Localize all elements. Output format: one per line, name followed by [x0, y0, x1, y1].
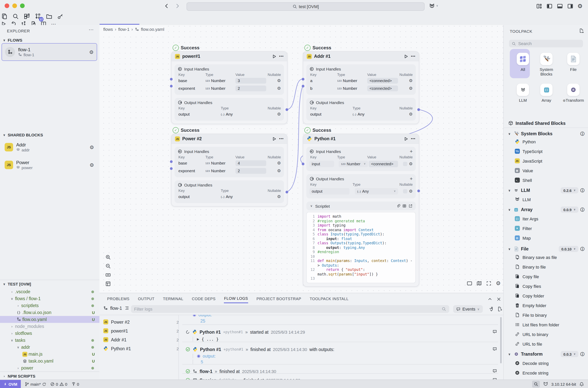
bell-icon[interactable] — [579, 382, 584, 387]
log-output-label[interactable]: output: — [193, 354, 216, 358]
flow-1-card[interactable]: flow-1 flow-1 ⚙ — [1, 43, 97, 61]
toolpack-category-system-blocks[interactable]: System Blocks — [535, 53, 558, 76]
nullable-checkbox[interactable] — [403, 162, 407, 166]
settings-gear-icon[interactable]: ⚙ — [577, 3, 583, 10]
handle-row[interactable]: a123Number<connected>⚙ — [309, 77, 413, 84]
handle-row[interactable]: base123Number4⚙ — [178, 160, 281, 167]
block-item-iter-args[interactable]: [ ]Iter Args — [514, 216, 586, 221]
handle-gear-icon[interactable]: ⚙ — [277, 78, 281, 83]
scriptlet-code-editor[interactable]: 1import math2#region generated meta3impo… — [306, 212, 416, 283]
minimize-window-button[interactable] — [12, 3, 17, 8]
add-input-handle-button[interactable]: + — [410, 148, 413, 154]
tree-item-.flow.ui.oo.json[interactable]: .flow.ui.oo.jsonU — [0, 309, 99, 316]
handle-dot[interactable] — [286, 108, 288, 111]
section-npm-scripts[interactable]: ›NPM SCRIPTS — [2, 374, 35, 378]
handle-dot[interactable] — [302, 163, 304, 165]
block-item-typescript[interactable]: TSTypeScript — [514, 149, 586, 154]
status-search-button[interactable] — [532, 381, 540, 388]
handle-gear-icon[interactable]: ⚙ — [277, 169, 281, 173]
shared-settings-gear-icon[interactable]: ⚙ — [90, 145, 94, 150]
handle-dot[interactable] — [170, 160, 173, 163]
blocks-icon[interactable] — [22, 12, 31, 21]
add-output-handle-button[interactable]: + — [410, 176, 413, 181]
type-select[interactable]: {..}Any∨ — [355, 188, 398, 194]
value-field[interactable]: <connected> — [367, 78, 398, 83]
handle-row[interactable]: output{..}Any⚙ — [178, 111, 281, 118]
panel-tab-code-deps[interactable]: CODE DEPS — [192, 297, 216, 303]
global-search-input[interactable]: test [OVM] — [187, 2, 425, 11]
assistant-menu-chevron-icon[interactable]: ∨ — [436, 4, 438, 7]
block-item-copy-folder[interactable]: Copy folder — [514, 293, 586, 298]
value-field[interactable]: 2 — [235, 168, 266, 173]
code-line[interactable]: 13 — [309, 276, 413, 281]
code-line[interactable]: 9#endregion — [309, 250, 413, 254]
handle-gear-icon[interactable]: ⚙ — [277, 194, 281, 199]
tree-item-addr[interactable]: ∨addr — [0, 344, 99, 351]
handle-row[interactable]: output {..}Any∨ ⚙ — [309, 187, 413, 195]
handle-dot[interactable] — [170, 78, 173, 80]
maximize-window-button[interactable] — [20, 3, 25, 8]
handle-row[interactable]: base123Number3⚙ — [178, 77, 281, 84]
shared-settings-gear-icon[interactable]: ⚙ — [90, 162, 94, 168]
panel-close-icon[interactable] — [496, 296, 501, 302]
attach-icon[interactable] — [396, 204, 400, 208]
handle-dot[interactable] — [170, 85, 173, 87]
canvas-settings-gear-icon[interactable]: ⚙ — [495, 280, 501, 286]
status-cat-icon[interactable] — [543, 382, 548, 387]
log-event-row[interactable]: Python #1+python#1 »finished at2025/6/3 … — [185, 347, 334, 352]
log-event-row[interactable]: flow-1 »finished at2025/6/3 14:14:30 — [185, 369, 276, 374]
value-field[interactable]: <connected> — [367, 85, 398, 91]
tree-item-power[interactable]: ›power — [0, 364, 99, 371]
code-line[interactable]: 6 input: float — [309, 236, 413, 241]
toolpack-category-array[interactable]: [ ]Array — [535, 84, 558, 102]
toolpack-category-file[interactable]: File — [562, 53, 585, 72]
panel-tab-flow-logs[interactable]: FLOW LOGS — [224, 296, 248, 303]
map-icon[interactable] — [476, 280, 482, 286]
node-addr1[interactable]: JSAddr #1⋯ Input Handles KeyTypeValueNul… — [303, 51, 419, 124]
zoom-in-icon[interactable] — [105, 254, 111, 260]
handle-row[interactable]: output{..}Any⚙ — [178, 193, 281, 200]
handle-dot[interactable] — [417, 190, 420, 192]
zoom-out-icon[interactable] — [105, 263, 111, 269]
search-sidebar-icon[interactable] — [11, 12, 20, 21]
value-field[interactable]: 4 — [235, 160, 266, 166]
code-line[interactable]: 11def main(params: Inputs, context: Cont… — [309, 259, 413, 267]
block-item-javascript[interactable]: JSJavaScript — [514, 158, 586, 163]
key-field[interactable]: input — [309, 161, 334, 167]
block-item-copy-file[interactable]: Copy file — [514, 274, 586, 279]
handle-row[interactable]: input 123Number∨ <connected> ⚙ — [309, 160, 413, 168]
tree-item-scriptlets[interactable]: ›scriptlets — [0, 302, 99, 309]
export-logs-icon[interactable] — [497, 306, 502, 312]
version-select[interactable]: 0.0.3∨ — [561, 351, 578, 357]
node-more-icon[interactable]: ⋯ — [411, 53, 415, 59]
events-filter-select[interactable]: Events∨ — [453, 305, 483, 313]
block-section-llm[interactable]: ∨LLM0.2.6∨ⓘ — [508, 187, 585, 194]
version-select[interactable]: 0.0.10∨ — [559, 246, 578, 252]
block-item-copy-flies[interactable]: Copy flies — [514, 284, 586, 289]
tree-item-slotflows[interactable]: ›slotflows — [0, 330, 99, 337]
explorer-more-icon[interactable]: ··· — [89, 26, 94, 32]
handle-row[interactable]: output{..}Any⚙ — [309, 111, 413, 118]
handle-gear-icon[interactable]: ⚙ — [409, 86, 413, 90]
section-flows[interactable]: ∨FLOWS — [2, 38, 22, 42]
block-item-empty-folder[interactable]: Empty folder — [514, 303, 586, 308]
tree-item-node-modules[interactable]: ›node_modules — [0, 323, 99, 330]
block-section-array[interactable]: ∨[ ]Array0.0.9∨ⓘ — [508, 207, 585, 213]
panel-tab-terminal[interactable]: TERMINAL — [163, 297, 183, 303]
handle-gear-icon[interactable]: ⚙ — [409, 189, 413, 193]
block-section-file[interactable]: ∨File0.0.10∨ⓘ — [508, 245, 585, 253]
code-line[interactable]: 2#region generated meta — [309, 219, 413, 223]
type-select[interactable]: 123Number∨ — [339, 161, 368, 167]
close-window-button[interactable] — [5, 3, 9, 8]
log-scrollbar[interactable] — [500, 317, 502, 363]
flow-runs-icon[interactable]: 17 — [33, 12, 42, 21]
value-field[interactable]: 2 — [235, 85, 266, 91]
fit-view-icon[interactable] — [105, 272, 111, 278]
block-item-llm[interactable]: LLM — [514, 197, 586, 202]
handle-dot[interactable] — [286, 191, 288, 194]
tree-item-.vscode[interactable]: ›.vscode — [0, 288, 99, 295]
toggle-left-panel-icon[interactable] — [546, 3, 552, 10]
block-item-shell[interactable]: >_Shell — [514, 178, 586, 183]
value-field[interactable]: 3 — [235, 78, 266, 83]
info-icon[interactable]: ⓘ — [580, 351, 585, 357]
